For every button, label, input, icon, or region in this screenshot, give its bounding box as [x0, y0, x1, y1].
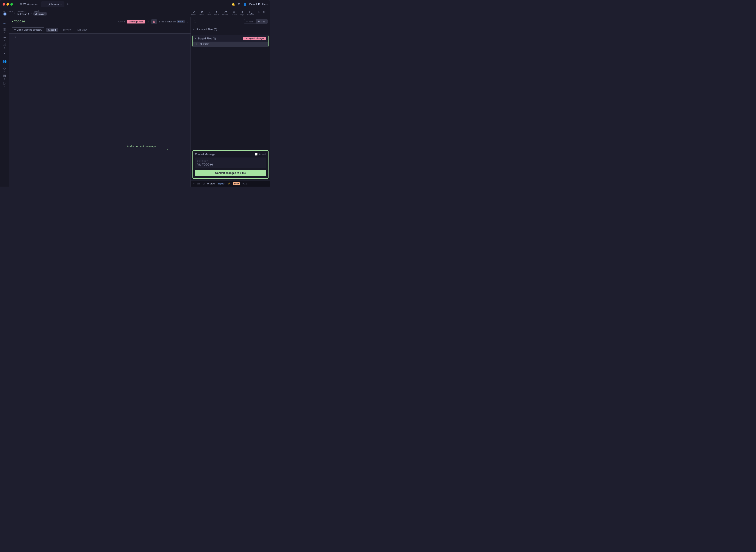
commit-section: Commit Message Amend Summary Commit chan… — [193, 150, 268, 179]
editor-toolbar: ✏ Edit in working directory Staged File … — [9, 26, 191, 34]
status-list-icon[interactable]: ≡ — [193, 182, 195, 185]
minimize-button[interactable] — [6, 3, 9, 6]
unstage-file-button[interactable]: Unstage File — [127, 20, 145, 23]
zoom-icon: ⊕ — [207, 182, 209, 185]
tree-icon: ⊟ — [258, 20, 260, 23]
status-keyboard-icon[interactable]: ⌨ — [197, 182, 200, 185]
undo-icon: ↺ — [193, 10, 195, 14]
push-button[interactable]: ↑ Push — [213, 10, 220, 16]
download-icon[interactable]: ↓ — [186, 20, 188, 23]
toolbar-actions: ↺ Undo ↻ Redo ↓ Pull ↑ Push ⎇ Branch ⊕ S… — [190, 10, 267, 16]
terminal-button[interactable]: >_ Terminal — [246, 10, 256, 16]
redo-button[interactable]: ↻ Redo — [198, 10, 206, 16]
staged-files-section: ▾ Staged Files (1) Unstage all changes +… — [193, 35, 268, 47]
stash-button[interactable]: ⊕ Stash — [230, 10, 238, 16]
new-tab-button[interactable]: + — [65, 2, 70, 6]
branches-badge: 0 — [4, 47, 5, 49]
layers-badge: 0 — [4, 78, 5, 80]
unstage-all-changes-button[interactable]: Unstage all changes — [243, 37, 266, 40]
pull-icon: ↓ — [209, 10, 210, 14]
title-bar: ⊞ Workspaces ⎇ git-lesson ✕ + ⌄ 🔔 ⚙ 👤 De… — [0, 0, 270, 9]
status-commit-icon[interactable]: ⊡ — [203, 182, 205, 185]
cloud-badge: 1 — [4, 39, 5, 41]
branch-badge[interactable]: ⎇ main ▾ — [33, 12, 47, 15]
tab-workspaces[interactable]: ⊞ Workspaces — [17, 1, 40, 7]
code-content[interactable] — [18, 34, 191, 186]
list-icon: ≡ — [246, 20, 248, 23]
title-bar-right: ⌄ 🔔 ⚙ 👤 Default Profile ▾ — [226, 3, 268, 6]
push-icon: ↑ — [216, 10, 217, 14]
tree-toggle-button[interactable]: ⊟ Tree — [256, 19, 267, 23]
tab-git-lesson[interactable]: ⎇ git-lesson ✕ — [41, 1, 65, 7]
edit-working-label: Edit in working directory — [17, 28, 42, 31]
workspace-value: + — [3, 12, 13, 15]
status-version: 9.1.1 — [242, 182, 247, 185]
support-link[interactable]: Support — [218, 182, 225, 185]
file-view-button[interactable]: File View — [60, 28, 74, 32]
notification-icon[interactable]: 🔔 — [232, 3, 235, 6]
pop-icon: ⊖ — [241, 10, 243, 14]
amend-checkbox-input[interactable] — [255, 153, 258, 156]
diff-view-button[interactable]: Diff View — [75, 28, 89, 32]
sidebar-item-source-control[interactable]: ⑉ — [1, 19, 8, 26]
code-editor[interactable]: 1 — [9, 34, 191, 186]
source-control-icon: ⑉ — [3, 20, 6, 24]
pencil-icon: ✏ — [14, 28, 16, 31]
workspace-label: workspace — [3, 10, 13, 12]
workspace-add-button[interactable]: + — [3, 12, 6, 15]
unstaged-files-section: ▾ Unstaged Files (0) — [191, 26, 270, 33]
amend-checkbox[interactable]: Amend — [255, 153, 266, 156]
profile-button[interactable]: Default Profile ▾ — [249, 3, 268, 6]
main-layout: ⑉ ◫ 1 ☁ 1 ⎇ 0 ● 👥 ◇ 0 ⊞ 0 ▷ 0 — [0, 17, 270, 186]
file-close-button[interactable]: ✕ — [147, 20, 149, 23]
maximize-button[interactable] — [10, 3, 13, 6]
search-icon: ⌕ — [258, 10, 259, 14]
right-panel: ⇅ ≡ Path ⊟ Tree ▾ Unstaged Files (0) — [191, 17, 270, 186]
dropdown-icon[interactable]: ⌄ — [226, 3, 229, 6]
workspace-icon: ⊞ — [20, 3, 22, 6]
sidebar-item-branches[interactable]: ⎇ 0 — [1, 42, 8, 49]
sort-icon[interactable]: ⇅ — [193, 20, 196, 23]
branch-section: branch ⎇ main ▾ — [33, 10, 47, 15]
commit-summary-area[interactable]: Summary — [195, 157, 266, 168]
file-delete-button[interactable]: 🗑 — [151, 19, 157, 24]
commit-message-input[interactable] — [197, 163, 264, 166]
sidebar-item-github[interactable]: ● — [1, 50, 8, 57]
branch-button[interactable]: ⎇ Branch — [221, 10, 230, 16]
staged-button[interactable]: Staged — [46, 28, 58, 32]
status-lightning-icon: ⚡ — [228, 182, 230, 185]
tags-icon: ◇ — [3, 66, 6, 70]
path-toggle-button[interactable]: ≡ Path — [244, 19, 256, 23]
tags-badge: 0 — [4, 70, 5, 72]
commit-changes-button[interactable]: Commit changes to 1 file — [195, 170, 266, 176]
undo-button[interactable]: ↺ Undo — [190, 10, 198, 16]
tab-close-icon[interactable]: ✕ — [60, 3, 62, 6]
edit-working-directory-button[interactable]: ✏ Edit in working directory — [12, 27, 44, 32]
profile-icon[interactable]: 👤 — [243, 3, 247, 6]
sidebar-item-monitor[interactable]: ◫ 1 — [1, 27, 8, 34]
sidebar-item-actions[interactable]: ▷ 0 — [1, 81, 8, 88]
sidebar-item-people[interactable]: 👥 — [1, 58, 8, 64]
pop-button[interactable]: ⊖ Pop — [239, 10, 245, 16]
cloud-icon: ☁ — [3, 35, 6, 39]
spread-button[interactable]: ⇔ — [262, 10, 267, 16]
settings-icon[interactable]: ⚙ — [238, 3, 241, 6]
search-button[interactable]: ⌕ — [256, 10, 261, 16]
branch-dropdown-arrow: ▾ — [44, 13, 45, 15]
staged-file-item[interactable]: + TODO.txt — [193, 41, 268, 47]
file-encoding: UTF-8 — [118, 20, 125, 23]
staged-section-title: Staged Files (1) — [198, 37, 216, 40]
pull-button[interactable]: ↓ Pull — [206, 10, 212, 16]
unstaged-section-header[interactable]: ▾ Unstaged Files (0) — [191, 27, 270, 32]
filename-text: TODO.txt — [14, 20, 25, 23]
sidebar-item-cloud[interactable]: ☁ 1 — [1, 34, 8, 41]
staged-filename: TODO.txt — [198, 43, 209, 46]
branch-tag: main — [177, 20, 185, 23]
sidebar-item-tags[interactable]: ◇ 0 — [1, 65, 8, 73]
actions-icon: ▷ — [3, 82, 6, 86]
tab-bar: ⊞ Workspaces ⎇ git-lesson ✕ + — [17, 1, 225, 7]
repo-name: git-lesson — [17, 13, 27, 15]
workspace-bar: workspace + › repository git-lesson ▾ › … — [0, 9, 270, 17]
close-button[interactable] — [3, 3, 5, 6]
sidebar-item-layers[interactable]: ⊞ 0 — [1, 73, 8, 80]
